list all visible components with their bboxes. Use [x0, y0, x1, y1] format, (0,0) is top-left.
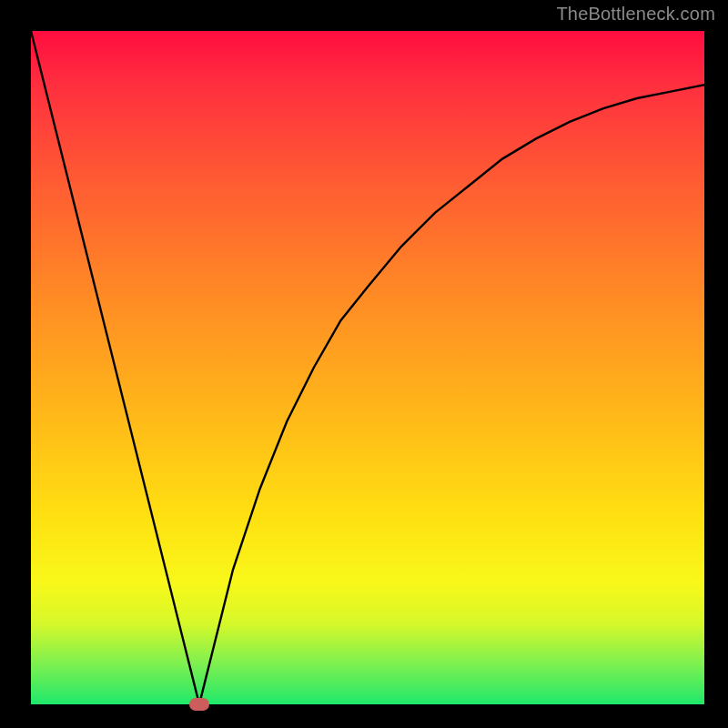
optimum-marker: [189, 698, 209, 711]
bottleneck-curve: [31, 31, 704, 704]
chart-frame: TheBottleneck.com: [0, 0, 728, 728]
curve-svg: [31, 31, 704, 704]
attribution-text: TheBottleneck.com: [556, 4, 715, 25]
plot-area: [31, 31, 704, 704]
